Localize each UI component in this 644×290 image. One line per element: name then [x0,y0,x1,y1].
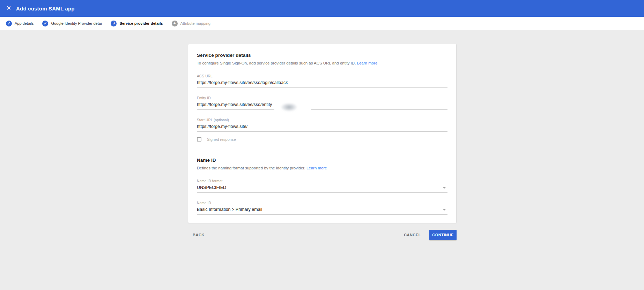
section-description: To configure Single Sign-On, add service… [197,61,447,66]
wizard-stepper: ✓ App details — ✓ Google Identity Provid… [0,17,644,30]
service-provider-details-card: Service provider details To configure Si… [188,44,457,223]
cancel-button[interactable]: CANCEL [400,230,424,240]
stepper-step-attribute-mapping[interactable]: 4 Attribute mapping [172,21,210,26]
section-description: Defines the naming format supported by t… [197,166,447,171]
start-url-label: Start URL (optional) [197,118,447,122]
step-separator: — [36,21,40,25]
step-number-icon: 4 [172,21,178,26]
continue-button[interactable]: CONTINUE [429,230,457,240]
start-url-input[interactable]: https://forge.my-flows.site/ [197,124,447,132]
acs-url-input[interactable]: https://forge.my-flows.site/ee/sso/login… [197,80,447,88]
acs-url-label: ACS URL [197,74,447,78]
wizard-actions: BACK CANCEL CONTINUE [188,229,457,240]
step-number-icon: 3 [111,21,117,26]
step-complete-icon: ✓ [42,21,48,26]
section-title-name-id: Name ID [197,158,447,163]
stepper-step-service-provider-details[interactable]: 3 Service provider details [111,21,163,26]
signed-response-row: Signed response [197,137,447,142]
name-id-select[interactable]: Name ID Basic Information > Primary emai… [197,201,447,215]
dialog-title: Add custom SAML app [16,6,75,12]
step-label: Google Identity Provider details [51,21,102,25]
entity-id-input[interactable]: https://forge.my-flows.site/ee/sso/entit… [197,102,447,110]
close-icon[interactable]: ✕ [6,6,12,11]
entity-id-label: Entity ID [197,96,447,100]
back-button[interactable]: BACK [189,230,208,240]
signed-response-checkbox[interactable] [197,137,201,142]
redacted-blur [274,102,311,113]
step-separator: — [165,21,169,25]
learn-more-link[interactable]: Learn more [357,61,378,65]
start-url-field: Start URL (optional) https://forge.my-fl… [197,118,447,132]
chevron-down-icon[interactable] [443,209,446,211]
step-separator: — [104,21,108,25]
acs-url-field: ACS URL https://forge.my-flows.site/ee/s… [197,74,447,88]
entity-id-field: Entity ID https://forge.my-flows.site/ee… [197,96,447,110]
section-title-service-provider-details: Service provider details [197,53,447,58]
chevron-down-icon[interactable] [443,187,446,189]
add-custom-saml-app-dialog: ✕ Add custom SAML app ✓ App details — ✓ … [0,0,644,290]
name-id-value[interactable]: Basic Information > Primary email [197,207,447,215]
signed-response-label: Signed response [207,137,236,142]
name-id-format-label: Name ID format [197,179,447,183]
dialog-header: ✕ Add custom SAML app [0,0,644,17]
step-label: Attribute mapping [180,21,210,25]
name-id-label: Name ID [197,201,447,205]
step-label: Service provider details [119,21,163,25]
stepper-step-google-idp-details[interactable]: ✓ Google Identity Provider details [42,21,102,26]
name-id-format-value[interactable]: UNSPECIFIED [197,185,447,193]
name-id-format-select[interactable]: Name ID format UNSPECIFIED [197,179,447,193]
step-label: App details [15,21,34,25]
stepper-step-app-details[interactable]: ✓ App details [6,21,34,26]
learn-more-link[interactable]: Learn more [306,166,327,170]
step-complete-icon: ✓ [6,21,12,26]
